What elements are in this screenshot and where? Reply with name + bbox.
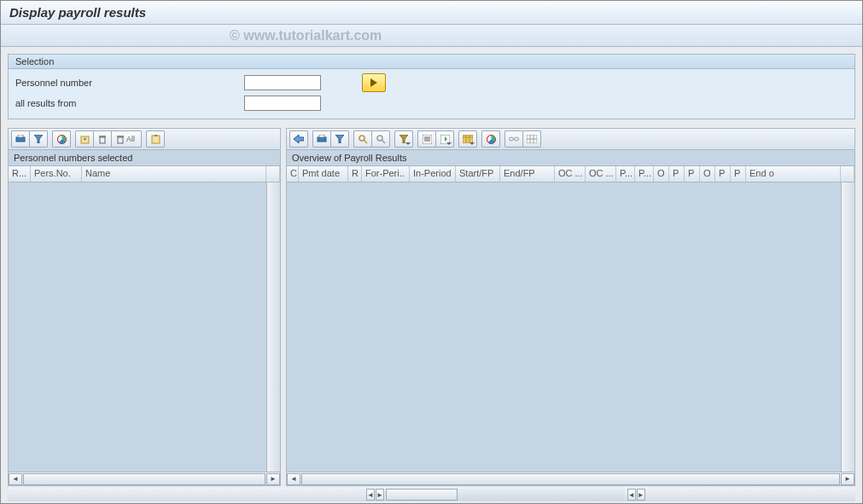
clipboard-button[interactable] <box>146 130 165 148</box>
delete-button[interactable] <box>93 130 112 148</box>
scroll-left-button[interactable]: ◄ <box>9 473 22 485</box>
svg-marker-20 <box>399 135 408 143</box>
right-grid-body <box>287 182 854 472</box>
svg-point-5 <box>84 137 86 140</box>
outer-scroll-right-2[interactable]: ► <box>637 489 645 501</box>
print-button[interactable] <box>11 130 30 148</box>
svg-rect-1 <box>18 135 23 137</box>
application-toolbar: © www.tutorialkart.com <box>1 25 862 47</box>
svg-rect-6 <box>100 137 105 143</box>
chart-button[interactable] <box>52 130 71 148</box>
right-col-8[interactable]: OC ... <box>586 166 616 182</box>
selection-group-title: Selection <box>9 55 854 69</box>
svg-rect-7 <box>99 136 106 137</box>
right-col-0[interactable]: C <box>287 166 299 182</box>
svg-rect-14 <box>319 135 324 137</box>
print-button-2[interactable] <box>312 130 331 148</box>
svg-rect-0 <box>16 137 25 142</box>
right-vertical-scrollbar[interactable] <box>841 182 854 472</box>
svg-rect-8 <box>118 137 123 143</box>
right-grid-header: C Pmt date R For-Peri.. In-Period Start/… <box>287 165 854 182</box>
right-toolbar <box>287 129 854 150</box>
right-col-1[interactable]: Pmt date <box>299 166 348 182</box>
right-col-14[interactable]: O <box>700 166 715 182</box>
scroll-left-button-2[interactable]: ◄ <box>287 473 300 485</box>
right-pane-title: Overview of Payroll Results <box>287 150 854 165</box>
all-results-from-input[interactable] <box>244 96 321 111</box>
right-col-10[interactable]: P... <box>635 166 654 182</box>
right-col-17[interactable]: End o <box>746 166 841 182</box>
multiple-selection-button[interactable] <box>362 73 386 92</box>
layout-button[interactable] <box>458 130 477 148</box>
delete-all-button[interactable]: All <box>111 130 142 148</box>
svg-rect-10 <box>152 136 160 143</box>
right-col-3[interactable]: For-Peri.. <box>362 166 410 182</box>
svg-rect-9 <box>117 136 124 137</box>
svg-line-17 <box>364 140 367 143</box>
export-button[interactable] <box>435 130 454 148</box>
title-bar: Display payroll results <box>1 1 862 25</box>
right-col-11[interactable]: O <box>654 166 669 182</box>
right-col-12[interactable]: P <box>669 166 685 182</box>
svg-rect-13 <box>318 137 326 142</box>
left-col-r[interactable]: R... <box>9 166 31 182</box>
right-col-2[interactable]: R <box>348 166 362 182</box>
right-col-6[interactable]: End/FP <box>500 166 555 182</box>
set-filter-button[interactable] <box>394 130 413 148</box>
all-results-from-label: all results from <box>15 98 244 108</box>
grid-button[interactable] <box>522 130 541 148</box>
right-col-5[interactable]: Start/FP <box>456 166 500 182</box>
right-col-4[interactable]: In-Period <box>410 166 456 182</box>
left-col-persno[interactable]: Pers.No. <box>31 166 82 182</box>
left-toolbar: All <box>9 129 280 150</box>
filter-button-2[interactable] <box>330 130 349 148</box>
arrow-right-icon <box>370 78 377 87</box>
filter-button[interactable] <box>29 130 48 148</box>
left-col-name[interactable]: Name <box>82 166 266 182</box>
personnel-number-input[interactable] <box>244 75 321 90</box>
outer-scroll-right[interactable]: ► <box>376 489 384 501</box>
left-pane-title: Personnel numbers selected <box>9 150 280 165</box>
left-horizontal-scrollbar[interactable]: ◄ ► <box>9 472 280 485</box>
svg-line-19 <box>382 140 385 143</box>
svg-rect-27 <box>463 135 473 143</box>
payroll-results-pane: Overview of Payroll Results C Pmt date R… <box>286 128 855 486</box>
link-button[interactable] <box>504 130 523 148</box>
personnel-numbers-pane: All Personnel numbers selected R... Pers… <box>8 128 281 486</box>
right-col-13[interactable]: P <box>685 166 700 182</box>
scroll-right-button-2[interactable]: ► <box>841 473 854 485</box>
left-grid-body <box>9 182 280 472</box>
page-title: Display payroll results <box>9 5 146 20</box>
outer-scroll-left-2[interactable]: ◄ <box>627 489 636 501</box>
chart-button-2[interactable] <box>481 130 500 148</box>
scroll-right-button[interactable]: ► <box>266 473 280 485</box>
svg-marker-15 <box>335 135 344 143</box>
outer-horizontal-scrollbar[interactable]: ◄ ► ◄ ► <box>8 488 855 501</box>
left-vertical-scrollbar[interactable] <box>266 182 280 472</box>
total-button[interactable] <box>417 130 436 148</box>
watermark-text: © www.tutorialkart.com <box>230 28 382 43</box>
svg-rect-11 <box>155 135 157 136</box>
svg-marker-2 <box>34 135 43 143</box>
right-col-16[interactable]: P <box>731 166 746 182</box>
right-horizontal-scrollbar[interactable]: ◄ ► <box>287 472 854 485</box>
personnel-number-label: Personnel number <box>15 78 244 88</box>
right-col-9[interactable]: P... <box>616 166 635 182</box>
all-button-text: All <box>125 135 137 143</box>
personnel-file-button[interactable] <box>75 130 94 148</box>
left-grid-header: R... Pers.No. Name <box>9 165 280 182</box>
find-button[interactable] <box>353 130 372 148</box>
find-next-button[interactable] <box>371 130 390 148</box>
right-col-7[interactable]: OC ... <box>555 166 586 182</box>
svg-point-32 <box>510 137 514 141</box>
selection-group: Selection Personnel number all results f… <box>8 54 855 119</box>
right-col-15[interactable]: P <box>715 166 731 182</box>
outer-scroll-left[interactable]: ◄ <box>366 489 375 501</box>
back-button[interactable] <box>289 130 308 148</box>
svg-marker-12 <box>294 135 304 143</box>
svg-point-33 <box>515 137 519 141</box>
